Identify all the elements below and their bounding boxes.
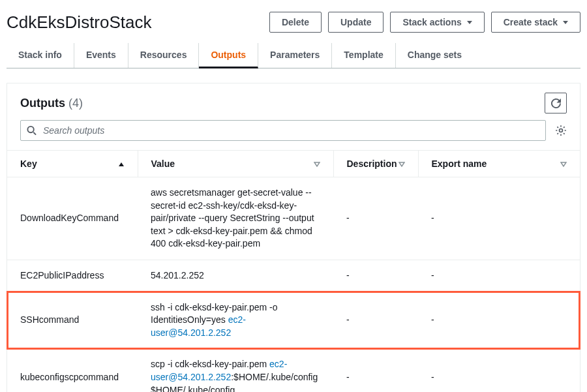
filter-icon — [314, 158, 320, 169]
search-row — [7, 120, 580, 150]
search-input[interactable] — [20, 120, 546, 141]
filter-icon — [399, 158, 405, 169]
svg-marker-6 — [561, 162, 566, 166]
svg-point-2 — [560, 129, 563, 132]
cell-key: DownloadKeyCommand — [7, 177, 138, 260]
cell-key: EC2PublicIPaddress — [7, 260, 138, 292]
col-value[interactable]: Value — [138, 151, 333, 177]
cell-export-name: - — [418, 349, 580, 392]
svg-marker-3 — [119, 162, 124, 166]
cell-description: - — [333, 292, 418, 349]
tab-template[interactable]: Template — [332, 43, 395, 68]
header-buttons: Delete Update Stack actions Create stack — [269, 12, 580, 33]
outputs-panel: Outputs (4) Key — [7, 83, 580, 392]
cell-export-name: - — [418, 292, 580, 349]
table-row: DownloadKeyCommandaws secretsmanager get… — [7, 177, 580, 260]
filter-icon — [560, 158, 567, 169]
tab-bar: Stack infoEventsResourcesOutputsParamete… — [7, 43, 580, 68]
panel-header: Outputs (4) — [7, 83, 580, 120]
col-export-name[interactable]: Export name — [418, 151, 580, 177]
tab-events[interactable]: Events — [74, 43, 128, 68]
svg-point-0 — [27, 127, 33, 132]
svg-marker-5 — [399, 162, 404, 166]
cell-key: kubeconfigscpcommand — [7, 349, 138, 392]
delete-button[interactable]: Delete — [269, 12, 322, 33]
cell-value: 54.201.2.252 — [138, 260, 333, 292]
refresh-icon — [551, 98, 561, 108]
cell-export-name: - — [418, 177, 580, 260]
panel-title: Outputs (4) — [20, 97, 83, 110]
tab-stack-info[interactable]: Stack info — [7, 43, 74, 68]
page-header: CdkEksDistroStack Delete Update Stack ac… — [7, 7, 580, 40]
col-description[interactable]: Description — [333, 151, 418, 177]
sort-asc-icon — [118, 158, 125, 169]
cell-value: scp -i cdk-eksd-key-pair.pem ec2-user@54… — [138, 349, 333, 392]
cell-key: SSHcommand — [7, 292, 138, 349]
col-key[interactable]: Key — [7, 151, 138, 177]
svg-marker-4 — [314, 162, 320, 166]
tab-parameters[interactable]: Parameters — [258, 43, 332, 68]
caret-down-icon — [467, 21, 472, 24]
table-row: kubeconfigscpcommandscp -i cdk-eksd-key-… — [7, 349, 580, 392]
table-row: EC2PublicIPaddress54.201.2.252-- — [7, 260, 580, 292]
cell-value: ssh -i cdk-eksd-key-pair.pem -o Identiti… — [138, 292, 333, 349]
tab-outputs[interactable]: Outputs — [199, 43, 258, 68]
search-icon — [27, 126, 37, 136]
table-row: SSHcommandssh -i cdk-eksd-key-pair.pem -… — [7, 292, 580, 349]
svg-line-1 — [33, 132, 36, 135]
update-button[interactable]: Update — [328, 12, 384, 33]
search-wrap — [20, 120, 546, 141]
page-title: CdkEksDistroStack — [7, 12, 152, 33]
tab-change-sets[interactable]: Change sets — [396, 43, 474, 68]
caret-down-icon — [563, 21, 568, 24]
cell-value: aws secretsmanager get-secret-value --se… — [138, 177, 333, 260]
cell-description: - — [333, 260, 418, 292]
create-stack-button[interactable]: Create stack — [491, 12, 580, 33]
settings-gear-icon[interactable] — [555, 125, 567, 136]
cell-description: - — [333, 177, 418, 260]
cell-description: - — [333, 349, 418, 392]
cell-export-name: - — [418, 260, 580, 292]
tab-resources[interactable]: Resources — [128, 43, 200, 68]
stack-actions-button[interactable]: Stack actions — [390, 12, 484, 33]
refresh-button[interactable] — [545, 93, 567, 113]
outputs-table: Key Value Description — [7, 150, 580, 392]
